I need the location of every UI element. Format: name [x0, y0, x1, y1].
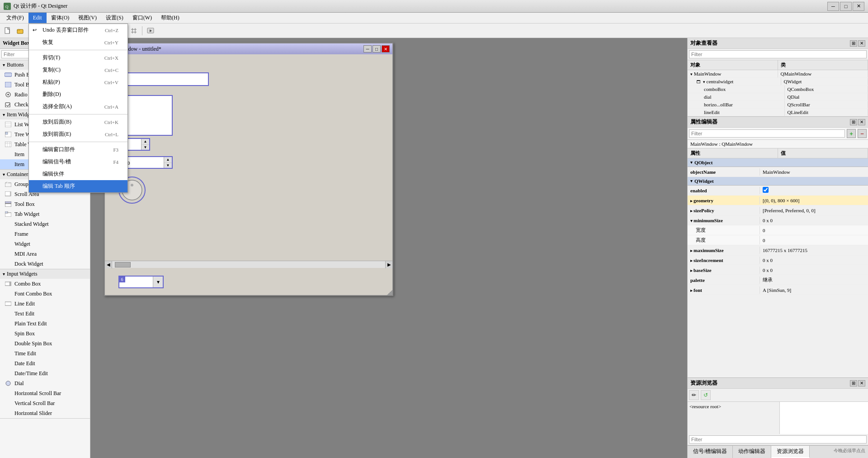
resource-filter-input[interactable]: [689, 435, 867, 444]
resize-handle[interactable]: [387, 290, 392, 295]
prop-row-width[interactable]: 宽度 0: [688, 225, 868, 235]
scrollbar-thumb[interactable]: [115, 262, 131, 267]
prop-row-maximumsize[interactable]: ▸maximumSize 16777215 x 16777215: [688, 245, 868, 255]
design-canvas[interactable]: 1 2 3 ▲ ▼ 0 4 0:00: [105, 54, 392, 295]
menu-edit-widgets[interactable]: 编辑窗口部件 F3: [29, 143, 127, 156]
menu-redo[interactable]: 恢复 Ctrl+Y: [29, 36, 127, 48]
menu-send-back[interactable]: 放到后面(B) Ctrl+K: [29, 116, 127, 128]
tab-signal-slot[interactable]: 信号/槽编辑器: [688, 446, 733, 458]
dw-close[interactable]: ✕: [382, 45, 390, 52]
prop-row-sizepolicy[interactable]: ▸sizePolicy [Preferred, Preferred, 0, 0]: [688, 205, 868, 215]
pe-close-button[interactable]: ✕: [858, 119, 865, 125]
prop-minus-button[interactable]: −: [858, 129, 867, 138]
sizepolicy-expand[interactable]: ▸: [690, 209, 693, 213]
prop-row-sizeincrement[interactable]: ▸sizeIncrement 0 x 0: [688, 255, 868, 265]
widget-item-stackedwidget[interactable]: Stacked Widget: [0, 219, 90, 229]
datetime-down[interactable]: ▼: [164, 163, 172, 168]
oi-float-button[interactable]: ⊞: [850, 40, 857, 47]
obj-row-lineedit[interactable]: lineEdit QLineEdit: [688, 109, 868, 116]
menu-settings[interactable]: 设置(S): [101, 13, 128, 23]
obj-row-scrollbar[interactable]: horizo...ollBar QScrollBar: [688, 101, 868, 109]
res-refresh-button[interactable]: ↺: [701, 390, 711, 400]
menu-help[interactable]: 帮助(H): [156, 13, 184, 23]
pe-float-button[interactable]: ⊞: [850, 119, 857, 125]
font-expand[interactable]: ▸: [690, 288, 693, 293]
section-input-header[interactable]: ▾ Input Widgets: [0, 269, 90, 279]
prop-row-geometry[interactable]: ▸geometry [(0, 0), 800 × 600]: [688, 196, 868, 205]
dw-restore[interactable]: □: [373, 45, 381, 52]
spinbox-up[interactable]: ▲: [142, 139, 149, 145]
widget-item-mdiarea[interactable]: MDI Area: [0, 249, 90, 259]
basesize-expand[interactable]: ▸: [690, 268, 693, 273]
tab-resource-browser[interactable]: 资源浏览器: [771, 446, 810, 458]
menu-bring-front[interactable]: 放到前面(E) Ctrl+L: [29, 128, 127, 140]
obj-row-dial[interactable]: dial QDial: [688, 93, 868, 101]
maximize-button[interactable]: □: [840, 2, 852, 11]
grid-button[interactable]: [128, 25, 140, 37]
widget-item-textedit[interactable]: Text Edit: [0, 309, 90, 319]
prop-row-minimumsize[interactable]: ▾minimumSize 0 x 0: [688, 215, 868, 225]
menu-edit-buddy[interactable]: 编辑伙伴: [29, 168, 127, 180]
menu-window[interactable]: 窗口(W): [128, 13, 156, 23]
scrollbar-right-arrow[interactable]: ▶: [385, 261, 392, 268]
expand-centralwidget[interactable]: ▾: [703, 80, 705, 84]
datetime-up[interactable]: ▲: [164, 157, 172, 163]
widget-item-spinbox[interactable]: Spin Box: [0, 329, 90, 339]
expand-mainwindow[interactable]: ▾: [690, 72, 693, 76]
widget-item-lineedit[interactable]: Line Edit: [0, 299, 90, 309]
menu-view[interactable]: 视图(V): [74, 13, 101, 23]
minimize-button[interactable]: ─: [827, 2, 839, 11]
sizeincrement-expand[interactable]: ▸: [690, 258, 693, 263]
obj-row-mainwindow[interactable]: ▾ MainWindow QMainWindow: [688, 70, 868, 78]
new-button[interactable]: [2, 25, 14, 37]
geometry-expand[interactable]: ▸: [690, 199, 693, 203]
canvas-widget-1[interactable]: 1: [118, 72, 209, 86]
widget-item-combobox[interactable]: Combo Box: [0, 279, 90, 289]
widget-item-dial[interactable]: Dial: [0, 378, 90, 388]
menu-cut[interactable]: 剪切(T) Ctrl+X: [29, 52, 127, 64]
tab-action-editor[interactable]: 动作编辑器: [733, 446, 771, 458]
open-button[interactable]: [14, 25, 26, 37]
obj-row-combobox[interactable]: comboBox QComboBox: [688, 86, 868, 93]
widget-item-timeedit[interactable]: Time Edit: [0, 348, 90, 358]
canvas-scrollbar-h[interactable]: ◀ ▶: [105, 261, 392, 268]
prop-row-objectname[interactable]: objectName MainWindow: [688, 167, 868, 177]
widget-item-plaintextedit[interactable]: Plain Text Edit: [0, 319, 90, 329]
widget-item-tabwidget[interactable]: Tab Widget: [0, 209, 90, 219]
rb-float-button[interactable]: ⊞: [850, 380, 857, 386]
widget-item-fontcombobox[interactable]: Font Combo Box: [0, 289, 90, 299]
menu-copy[interactable]: 复制(C) Ctrl+C: [29, 64, 127, 76]
scrollbar-left-arrow[interactable]: ◀: [105, 261, 112, 268]
menu-paste[interactable]: 粘贴(P) Ctrl+V: [29, 76, 127, 88]
prop-row-enabled[interactable]: enabled: [688, 186, 868, 196]
enabled-checkbox[interactable]: [763, 187, 769, 193]
menu-delete[interactable]: 删除(D): [29, 88, 127, 100]
menu-select-all[interactable]: 选择全部(A) Ctrl+A: [29, 100, 127, 113]
menu-file[interactable]: 文件(F): [2, 13, 28, 23]
widget-item-vscrollbar[interactable]: Vertical Scroll Bar: [0, 398, 90, 408]
prop-row-font[interactable]: ▸font A [SimSun, 9]: [688, 285, 868, 295]
widget-item-frame[interactable]: Frame: [0, 229, 90, 239]
qobject-expand[interactable]: ▾: [690, 160, 693, 165]
widget-item-toolbox[interactable]: Tool Box: [0, 199, 90, 209]
preview-button[interactable]: [145, 25, 156, 37]
combobox-arrow[interactable]: ▾: [153, 277, 163, 287]
widget-item-dateedit[interactable]: Date Edit: [0, 358, 90, 368]
widget-item-datetimeedit[interactable]: Date/Time Edit: [0, 368, 90, 378]
maximumsize-expand[interactable]: ▸: [690, 248, 693, 253]
menu-edit[interactable]: Edit: [28, 13, 47, 23]
obj-row-centralwidget[interactable]: 🗔 ▾ centralwidget QWidget: [688, 78, 868, 86]
prop-add-button[interactable]: +: [847, 129, 856, 138]
widget-item-doublespinbox[interactable]: Double Spin Box: [0, 339, 90, 348]
widget-item-hscrollbar[interactable]: Horizontal Scroll Bar: [0, 388, 90, 398]
oi-filter-input[interactable]: [689, 50, 867, 58]
menu-edit-signals[interactable]: 编辑信号/槽 F4: [29, 156, 127, 168]
dw-minimize[interactable]: ─: [363, 45, 372, 52]
widget-item-hslider[interactable]: Horizontal Slider: [0, 408, 90, 418]
widget-item-dockwidget[interactable]: Dock Widget: [0, 259, 90, 269]
minimumsize-expand[interactable]: ▾: [690, 219, 693, 223]
menu-undo[interactable]: ↩ Undo 丢弃窗口部件 Ctrl+Z: [29, 24, 127, 36]
prop-row-basesize[interactable]: ▸baseSize 0 x 0: [688, 265, 868, 275]
prop-filter-input[interactable]: [689, 129, 845, 138]
prop-row-height[interactable]: 高度 0: [688, 235, 868, 245]
